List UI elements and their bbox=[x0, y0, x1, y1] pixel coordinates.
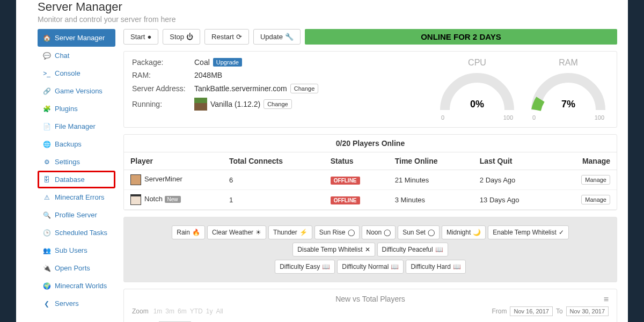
play-icon: ● bbox=[147, 33, 151, 41]
sidebar-item-sub-users[interactable]: 👥Sub Users bbox=[38, 241, 115, 259]
sidebar: 🏠Server Manager💬Chat>_Console🔗Game Versi… bbox=[38, 29, 115, 322]
col-player: Player bbox=[124, 152, 223, 170]
sidebar-icon: 🏠 bbox=[43, 34, 50, 42]
sidebar-icon: >_ bbox=[43, 70, 50, 77]
package-label: Package: bbox=[132, 58, 191, 67]
sidebar-item-console[interactable]: >_Console bbox=[38, 64, 115, 82]
zoom-1y[interactable]: 1y bbox=[204, 308, 215, 315]
sidebar-icon: ❮ bbox=[43, 300, 50, 308]
sidebar-item-servers[interactable]: ❮Servers bbox=[38, 295, 115, 312]
svg-text:0%: 0% bbox=[470, 99, 484, 109]
zoom-3m[interactable]: 3m bbox=[164, 308, 176, 315]
sidebar-icon: 🔗 bbox=[43, 87, 50, 95]
wrench-icon: 🔧 bbox=[285, 33, 294, 41]
running-value: Vanilla (1.12.2) bbox=[210, 100, 260, 108]
command-panel: Rain 🔥Clear Weather ☀Thunder ⚡Sun Rise ◯… bbox=[123, 217, 617, 282]
sidebar-item-label: Settings bbox=[55, 158, 80, 166]
sidebar-item-label: Console bbox=[55, 69, 80, 77]
sidebar-item-plugins[interactable]: 🧩Plugins bbox=[38, 100, 115, 118]
cpu-gauge: CPU 0% 0100 bbox=[437, 58, 517, 121]
command-disable-temp-whitelist[interactable]: Disable Temp Whitelist ✕ bbox=[292, 243, 375, 257]
stop-button[interactable]: Stop ⏻ bbox=[163, 29, 200, 45]
player-avatar-icon bbox=[130, 174, 141, 185]
sidebar-item-label: Sub Users bbox=[55, 246, 87, 254]
manage-button[interactable]: Manage bbox=[581, 175, 610, 185]
sidebar-item-chat[interactable]: 💬Chat bbox=[38, 47, 115, 64]
manage-button[interactable]: Manage bbox=[581, 195, 610, 204]
command-sun-rise[interactable]: Sun Rise ◯ bbox=[314, 225, 360, 239]
command-sun-set[interactable]: Sun Set ◯ bbox=[398, 225, 440, 239]
command-difficulty-peaceful[interactable]: Difficulty Peaceful 📖 bbox=[377, 243, 448, 257]
sidebar-item-file-manager[interactable]: 📄File Manager bbox=[38, 118, 115, 135]
sidebar-item-database[interactable]: 🗄Database bbox=[38, 171, 115, 188]
sidebar-icon: 🕒 bbox=[43, 229, 50, 237]
command-icon: 📖 bbox=[391, 263, 399, 270]
sidebar-item-label: Servers bbox=[55, 299, 79, 308]
status-badge: OFFLINE bbox=[331, 196, 360, 204]
sidebar-item-open-ports[interactable]: 🔌Open Ports bbox=[38, 259, 115, 277]
update-button[interactable]: Update 🔧 bbox=[253, 29, 301, 45]
command-rain[interactable]: Rain 🔥 bbox=[172, 225, 205, 239]
command-difficulty-normal[interactable]: Difficulty Normal 📖 bbox=[337, 260, 404, 274]
chart-menu-icon[interactable]: ≡ bbox=[604, 295, 609, 304]
zoom-6m[interactable]: 6m bbox=[176, 308, 188, 315]
command-clear-weather[interactable]: Clear Weather ☀ bbox=[207, 225, 266, 239]
sidebar-item-minecraft-errors[interactable]: ⚠Minecraft Errors bbox=[38, 188, 115, 206]
sidebar-item-label: Game Versions bbox=[55, 87, 103, 95]
from-date[interactable]: Nov 16, 2017 bbox=[510, 306, 552, 316]
start-button[interactable]: Start ● bbox=[123, 29, 158, 45]
sidebar-icon: 📄 bbox=[43, 123, 50, 130]
sidebar-icon: 💬 bbox=[43, 52, 50, 60]
sidebar-item-label: Database bbox=[55, 175, 85, 184]
command-icon: ✕ bbox=[365, 246, 370, 253]
zoom-1m[interactable]: 1m bbox=[152, 308, 164, 315]
sidebar-item-label: File Manager bbox=[55, 122, 96, 130]
sidebar-item-server-manager[interactable]: 🏠Server Manager bbox=[38, 29, 115, 47]
ram-gauge: RAM 7% 0100 bbox=[528, 58, 609, 121]
page-title: Server Manager bbox=[38, 0, 617, 14]
sidebar-item-game-versions[interactable]: 🔗Game Versions bbox=[38, 82, 115, 100]
zoom-ytd[interactable]: YTD bbox=[188, 308, 204, 315]
command-icon: 🔥 bbox=[192, 229, 200, 236]
sidebar-item-backups[interactable]: 🌐Backups bbox=[38, 135, 115, 153]
command-midnight[interactable]: Midnight 🌙 bbox=[442, 225, 486, 239]
address-value: TankBattle.serverminer.com bbox=[194, 84, 287, 93]
ram-label: RAM: bbox=[132, 71, 191, 79]
table-row: Notch New1OFFLINE3 Minutes13 Days AgoMan… bbox=[124, 190, 617, 210]
change-version-button[interactable]: Change bbox=[264, 99, 292, 109]
sidebar-item-label: Server Manager bbox=[55, 34, 105, 42]
command-icon: ☀ bbox=[255, 229, 261, 236]
sidebar-item-minecraft-worlds[interactable]: 🌍Minecraft Worlds bbox=[38, 277, 115, 295]
command-difficulty-hard[interactable]: Difficulty Hard 📖 bbox=[406, 260, 465, 274]
col-last: Last Quit bbox=[473, 152, 553, 170]
sidebar-item-label: Plugins bbox=[55, 105, 78, 113]
sidebar-item-scheduled-tasks[interactable]: 🕒Scheduled Tasks bbox=[38, 224, 115, 241]
status-badge: OFFLINE bbox=[331, 177, 360, 185]
command-enable-temp-whitelist[interactable]: Enable Temp Whitelist ✓ bbox=[488, 225, 569, 239]
ram-value: 2048MB bbox=[194, 71, 222, 79]
refresh-icon: ⟳ bbox=[236, 33, 242, 41]
command-icon: ◯ bbox=[348, 229, 355, 236]
command-thunder[interactable]: Thunder ⚡ bbox=[268, 225, 312, 239]
sidebar-item-label: Scheduled Tasks bbox=[55, 229, 107, 237]
sidebar-item-settings[interactable]: ⚙Settings bbox=[38, 153, 115, 171]
sidebar-icon: 🔌 bbox=[43, 265, 50, 272]
to-date[interactable]: Nov 30, 2017 bbox=[566, 306, 609, 316]
col-manage: Manage bbox=[553, 152, 617, 170]
change-address-button[interactable]: Change bbox=[290, 84, 319, 93]
command-difficulty-easy[interactable]: Difficulty Easy 📖 bbox=[275, 260, 335, 274]
address-label: Server Address: bbox=[132, 84, 191, 93]
sidebar-item-profile-server[interactable]: 🔍Profile Server bbox=[38, 206, 115, 224]
sidebar-item-label: Minecraft Worlds bbox=[55, 282, 107, 290]
col-status: Status bbox=[324, 152, 389, 170]
zoom-all[interactable]: All bbox=[214, 308, 224, 315]
minecraft-grass-icon bbox=[194, 98, 207, 111]
upgrade-button[interactable]: Upgrade bbox=[213, 58, 242, 67]
sidebar-icon: 👥 bbox=[43, 247, 50, 254]
sidebar-icon: 🧩 bbox=[43, 105, 50, 113]
restart-button[interactable]: Restart ⟳ bbox=[204, 29, 249, 45]
sidebar-item-label: Open Ports bbox=[55, 264, 90, 272]
status-bar: ONLINE FOR 2 DAYS bbox=[305, 29, 617, 45]
command-noon[interactable]: Noon ◯ bbox=[362, 225, 396, 239]
table-row: ServerMiner6OFFLINE21 Minutes2 Days AgoM… bbox=[124, 170, 617, 190]
